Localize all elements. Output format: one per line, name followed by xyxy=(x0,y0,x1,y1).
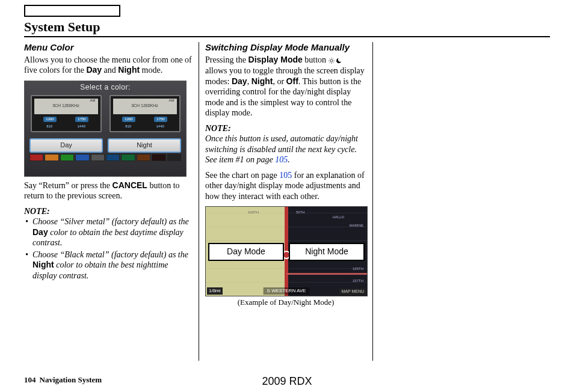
cancel-word: CANCEL xyxy=(113,180,147,190)
note-body: Once this button is used, automatic day/… xyxy=(205,133,366,165)
sun-moon-icon xyxy=(329,55,343,66)
map-menu-label: MAP MENU xyxy=(339,289,366,295)
preset: 1440 xyxy=(156,124,164,129)
am-badge: AM xyxy=(168,99,176,103)
column-middle: Switching Display Mode Manually Pressing… xyxy=(199,42,373,361)
swatch xyxy=(152,154,165,161)
preset: 1530 xyxy=(156,132,164,132)
swatch xyxy=(29,154,43,161)
text: mode. xyxy=(140,66,162,75)
swatch xyxy=(75,154,89,161)
day-word: Day xyxy=(32,227,48,237)
street-label: 157TH xyxy=(353,279,363,284)
swatch xyxy=(106,154,120,161)
day-word: Day xyxy=(86,65,102,75)
text: , xyxy=(247,77,252,86)
street-label: MARINE xyxy=(350,224,363,228)
preset: 810 xyxy=(125,124,131,129)
note-list: Choose “Silver metal” (factory default) … xyxy=(24,216,193,281)
swatch xyxy=(45,154,58,161)
section-heading-menu-color: Menu Color xyxy=(24,42,193,54)
street-label: HALLD xyxy=(333,215,344,220)
day-word: Day xyxy=(232,76,247,86)
color-palette xyxy=(29,154,181,161)
swatch xyxy=(91,154,105,161)
content-columns: Menu Color Allows you to choose the menu… xyxy=(24,42,550,361)
swatch xyxy=(121,154,135,161)
text: and xyxy=(102,66,118,75)
preset: 1750 xyxy=(154,117,167,123)
figure-day-night-map: 169TH 50TH HALLD MARINE 155TH 157TH Day … xyxy=(205,206,368,296)
current-street: S WESTERN AVE xyxy=(264,287,310,295)
text: color to obtain the best daytime display… xyxy=(32,228,184,248)
night-mode-label: Night Mode xyxy=(289,243,365,261)
text: button xyxy=(303,55,329,64)
see-chart-paragraph: See the chart on page 105 for an explana… xyxy=(205,170,366,202)
note-item: Choose “Silver metal” (factory default) … xyxy=(24,216,193,248)
display-mode-word: Display Mode xyxy=(248,55,303,64)
text: Say “Return” or press the xyxy=(24,181,113,190)
night-word: Night xyxy=(118,65,140,75)
text: See the chart on page xyxy=(205,171,279,180)
night-word: Night xyxy=(32,260,54,269)
swatch xyxy=(167,154,181,161)
text: , or xyxy=(273,77,286,86)
tab-night: Night xyxy=(108,138,181,153)
preset: 1260 xyxy=(43,117,56,123)
preset: 1750 xyxy=(75,117,88,123)
figure-caption: (Example of Day/Night Mode) xyxy=(205,298,366,307)
figure-select-color: Select a color: AM 3CH 1260KHz 12601750 … xyxy=(24,81,187,177)
menu-color-intro: Allows you to choose the menu color from… xyxy=(24,55,193,76)
street-label: 155TH xyxy=(353,267,363,272)
am-badge: AM xyxy=(89,99,97,103)
map-scale: 1/8mi xyxy=(207,287,223,295)
column-right xyxy=(373,42,548,361)
tab-day: Day xyxy=(29,138,103,153)
figure-title: Select a color: xyxy=(25,81,186,94)
preset: 640 xyxy=(125,132,131,132)
page-link-105[interactable]: 105 xyxy=(279,171,292,180)
footer-model: 2009 RDX xyxy=(262,375,312,388)
page-footer: 104 Navigation System 2009 RDX xyxy=(24,375,550,385)
swatch xyxy=(60,154,74,161)
night-preview-screen: AM 3CH 1260KHz 12601750 8101440 6401530 xyxy=(110,95,181,132)
svg-line-5 xyxy=(329,58,330,59)
note-label: NOTE: xyxy=(24,206,193,217)
page-link-105[interactable]: 105 xyxy=(275,155,288,164)
night-word: Night xyxy=(252,76,273,86)
text: . xyxy=(288,155,290,164)
svg-line-7 xyxy=(329,62,330,63)
switching-paragraph: Pressing the Display Mode button allows … xyxy=(205,55,366,118)
note-label: NOTE: xyxy=(205,123,366,134)
off-word: Off xyxy=(286,76,298,86)
top-empty-box xyxy=(24,5,120,17)
section-heading-switching: Switching Display Mode Manually xyxy=(205,42,366,54)
day-mode-label: Day Mode xyxy=(208,243,284,261)
preset: 640 xyxy=(46,132,52,132)
swatch xyxy=(137,154,150,161)
column-left: Menu Color Allows you to choose the menu… xyxy=(24,42,199,361)
preset: 1260 xyxy=(122,117,135,123)
day-preview-screen: AM 3CH 1260KHz 12601750 8101440 6401530 xyxy=(31,95,102,132)
note-item: Choose “Black metal” (factory default) a… xyxy=(24,250,193,281)
text: Choose “Silver metal” (factory default) … xyxy=(32,217,189,226)
page-title: System Setup xyxy=(24,19,550,37)
return-instruction: Say “Return” or press the CANCEL button … xyxy=(24,180,193,201)
svg-point-0 xyxy=(330,60,333,62)
text: Choose “Black metal” (factory default) a… xyxy=(32,250,188,259)
road-horizontal xyxy=(286,273,367,275)
text: Pressing the xyxy=(205,55,248,64)
preset: 1530 xyxy=(77,132,85,132)
svg-line-8 xyxy=(333,62,333,63)
street-label: 50TH xyxy=(296,210,305,215)
preset: 1440 xyxy=(77,124,85,129)
svg-line-6 xyxy=(333,58,333,59)
street-label: 169TH xyxy=(248,210,259,215)
page-number: 104 xyxy=(24,375,36,385)
preset: 810 xyxy=(46,124,52,129)
footer-section: Navigation System xyxy=(40,375,102,385)
